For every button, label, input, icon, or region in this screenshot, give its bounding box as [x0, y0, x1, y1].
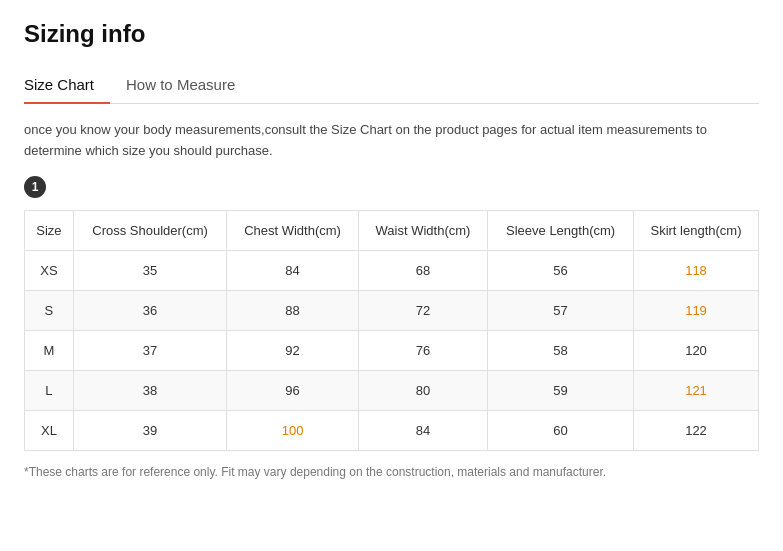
table-cell: 35: [73, 250, 226, 290]
table-cell: L: [25, 370, 74, 410]
table-cell: 38: [73, 370, 226, 410]
table-cell: 60: [488, 410, 634, 450]
table-cell: 122: [634, 410, 759, 450]
table-cell: 118: [634, 250, 759, 290]
table-cell: 92: [227, 330, 359, 370]
table-row: L38968059121: [25, 370, 759, 410]
table-cell: 56: [488, 250, 634, 290]
table-cell: XS: [25, 250, 74, 290]
table-cell: 58: [488, 330, 634, 370]
table-cell: 88: [227, 290, 359, 330]
table-header-row: SizeCross Shoulder(cm)Chest Width(cm)Wai…: [25, 210, 759, 250]
size-table: SizeCross Shoulder(cm)Chest Width(cm)Wai…: [24, 210, 759, 451]
table-cell: 57: [488, 290, 634, 330]
table-row: XS35846856118: [25, 250, 759, 290]
tabs-container: Size Chart How to Measure: [24, 66, 759, 104]
step-badge: 1: [24, 176, 46, 198]
table-cell: 72: [358, 290, 487, 330]
tab-size-chart[interactable]: Size Chart: [24, 66, 110, 103]
table-header-3: Waist Width(cm): [358, 210, 487, 250]
table-header-2: Chest Width(cm): [227, 210, 359, 250]
table-cell: M: [25, 330, 74, 370]
table-cell: 36: [73, 290, 226, 330]
table-header-1: Cross Shoulder(cm): [73, 210, 226, 250]
tab-how-to-measure[interactable]: How to Measure: [126, 66, 251, 103]
table-cell: 119: [634, 290, 759, 330]
table-cell: 96: [227, 370, 359, 410]
table-row: S36887257119: [25, 290, 759, 330]
description-text: once you know your body measurements,con…: [24, 120, 759, 162]
table-cell: XL: [25, 410, 74, 450]
table-cell: S: [25, 290, 74, 330]
table-header-4: Sleeve Length(cm): [488, 210, 634, 250]
table-cell: 39: [73, 410, 226, 450]
table-cell: 37: [73, 330, 226, 370]
table-cell: 84: [227, 250, 359, 290]
table-cell: 76: [358, 330, 487, 370]
table-cell: 120: [634, 330, 759, 370]
table-cell: 68: [358, 250, 487, 290]
table-row: XL391008460122: [25, 410, 759, 450]
table-header-0: Size: [25, 210, 74, 250]
table-cell: 59: [488, 370, 634, 410]
table-cell: 100: [227, 410, 359, 450]
table-cell: 121: [634, 370, 759, 410]
table-cell: 84: [358, 410, 487, 450]
page-title: Sizing info: [24, 20, 759, 48]
table-cell: 80: [358, 370, 487, 410]
table-header-5: Skirt length(cm): [634, 210, 759, 250]
footnote-text: *These charts are for reference only. Fi…: [24, 465, 759, 479]
table-row: M37927658120: [25, 330, 759, 370]
